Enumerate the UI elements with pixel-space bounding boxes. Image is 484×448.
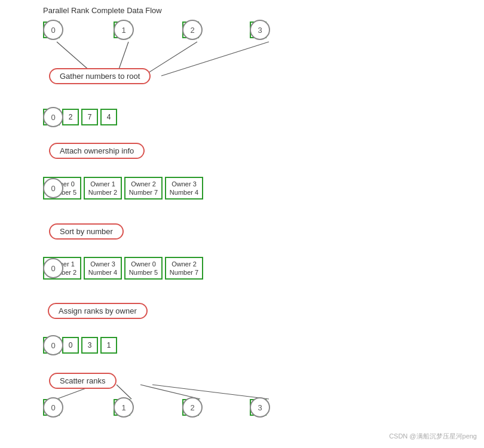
row4-cell-2: Owner 0 Number 5 bbox=[124, 257, 163, 280]
row4-cell-2-line1: Owner 0 bbox=[131, 260, 156, 268]
row3-cell-1-line2: Number 2 bbox=[88, 188, 117, 197]
row3-cell-3-line1: Owner 3 bbox=[171, 180, 197, 188]
row6-group1: 1 0 bbox=[114, 399, 130, 416]
attach-label: Attach ownership info bbox=[49, 143, 145, 159]
row3-cell-2-line2: Number 7 bbox=[129, 188, 158, 197]
diagram-title: Parallel Rank Complete Data Flow bbox=[43, 6, 162, 15]
row6-group0: 0 2 bbox=[43, 399, 60, 416]
row4-cell-1-line1: Owner 3 bbox=[90, 260, 115, 268]
node-3-circle: 3 bbox=[250, 20, 270, 40]
row4-cell-1: Owner 3 Number 4 bbox=[84, 257, 122, 280]
diagram: Parallel Rank Complete Data Flow 0 5 1 2… bbox=[0, 0, 484, 448]
row1-group0: 0 5 bbox=[43, 22, 60, 38]
gather-label: Gather numbers to root bbox=[49, 68, 151, 84]
row5-val-1: 0 bbox=[62, 337, 79, 354]
svg-line-7 bbox=[152, 385, 269, 399]
row4-cell-2-line2: Number 5 bbox=[129, 268, 158, 277]
svg-line-3 bbox=[161, 42, 269, 76]
row4-node-circle: 0 bbox=[43, 258, 63, 278]
svg-line-2 bbox=[143, 42, 197, 76]
row4-group: 0 Owner 1 Number 2 Owner 3 Number 4 Owne… bbox=[43, 257, 203, 280]
row6-group3: 3 1 bbox=[250, 399, 266, 416]
scatter-label: Scatter ranks bbox=[49, 373, 117, 389]
row5-group: 0 2 0 3 1 bbox=[43, 337, 117, 354]
row5-val-2: 3 bbox=[81, 337, 98, 354]
row3-cell-1-line1: Owner 1 bbox=[90, 180, 115, 188]
row3-node-circle: 0 bbox=[43, 178, 63, 198]
row6-node-1-circle: 1 bbox=[114, 397, 134, 418]
row4-cell-3-line2: Number 7 bbox=[170, 268, 198, 277]
row2-val-3: 4 bbox=[100, 109, 117, 125]
row6-group2: 2 3 bbox=[182, 399, 199, 416]
row3-group: 0 Owner 0 Number 5 Owner 1 Number 2 Owne… bbox=[43, 177, 203, 200]
row4-cell-3: Owner 2 Number 7 bbox=[165, 257, 203, 280]
row6-node-3-circle: 3 bbox=[250, 397, 270, 418]
row2-val-1: 2 bbox=[62, 109, 79, 125]
assign-label: Assign ranks by owner bbox=[48, 303, 148, 319]
row5-val-3: 1 bbox=[100, 337, 117, 354]
row4-cell-1-line2: Number 4 bbox=[88, 268, 117, 277]
row3-cell-2-line1: Owner 2 bbox=[131, 180, 156, 188]
row3-cell-3: Owner 3 Number 4 bbox=[165, 177, 203, 200]
row3-cell-1: Owner 1 Number 2 bbox=[84, 177, 122, 200]
row5-node-circle: 0 bbox=[43, 335, 63, 355]
row1-group2: 2 7 bbox=[182, 22, 199, 38]
row2-val-2: 7 bbox=[81, 109, 98, 125]
sort-label: Sort by number bbox=[49, 223, 124, 240]
node-1-circle: 1 bbox=[114, 20, 134, 40]
row6-node-0-circle: 0 bbox=[43, 397, 63, 418]
row2-group: 0 5 2 7 4 bbox=[43, 109, 117, 125]
row2-node-circle: 0 bbox=[43, 107, 63, 127]
row1-group1: 1 2 bbox=[114, 22, 130, 38]
row1-group3: 3 4 bbox=[250, 22, 266, 38]
watermark: CSDN @满船沉梦压星河peng bbox=[389, 432, 477, 441]
row3-cell-3-line2: Number 4 bbox=[170, 188, 198, 197]
node-2-circle: 2 bbox=[182, 20, 203, 40]
node-0-circle: 0 bbox=[43, 20, 63, 40]
row4-cell-3-line1: Owner 2 bbox=[171, 260, 197, 268]
row3-cell-2: Owner 2 Number 7 bbox=[124, 177, 163, 200]
row6-node-2-circle: 2 bbox=[182, 397, 203, 418]
